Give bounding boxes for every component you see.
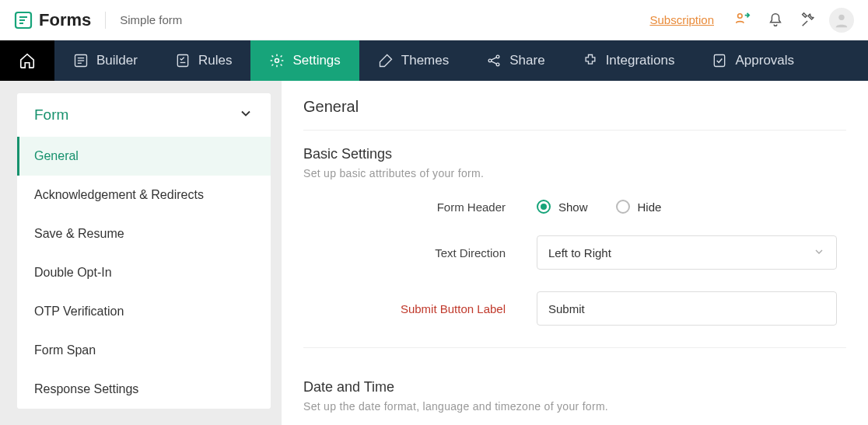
sidebar-item-otp-verification[interactable]: OTP Verification [17,292,271,331]
brand-name: Forms [39,10,91,30]
svg-rect-18 [715,55,725,67]
label-submit-button-label: Submit Button Label [303,302,537,315]
nav-tab-rules[interactable]: Rules [156,40,250,81]
label-form-header: Form Header [303,200,537,214]
svg-point-13 [488,59,492,62]
nav-tab-label: Themes [401,53,449,68]
radio-form-header-hide[interactable]: Hide [616,200,662,214]
svg-point-4 [738,13,743,18]
input-submit-button-label[interactable] [537,291,837,326]
sidebar-item-save-resume[interactable]: Save & Resume [17,214,271,253]
sidebar-item-acknowledgement-redirects[interactable]: Acknowledgement & Redirects [17,176,271,214]
subscription-link[interactable]: Subscription [649,13,714,26]
nav-tab-builder[interactable]: Builder [54,40,156,81]
radio-form-header-show[interactable]: Show [537,200,588,214]
sidebar-item-general[interactable]: General [17,137,271,176]
section-title-basic: Basic Settings [303,146,846,162]
sidebar-item-label: Acknowledgement & Redirects [34,188,204,201]
nav-home[interactable] [0,40,54,81]
radio-label: Show [558,200,588,214]
builder-icon [73,53,89,68]
divider [105,12,106,29]
breadcrumb-form-name[interactable]: Simple form [120,13,182,26]
sidebar-item-double-optin[interactable]: Double Opt-In [17,253,271,292]
user-switch-icon[interactable] [726,4,759,37]
sidebar-item-label: Double Opt-In [34,266,112,279]
settings-icon [269,53,285,68]
sidebar-item-label: OTP Verification [34,305,124,318]
section-subtitle-basic: Set up basic attributes of your form. [303,167,846,179]
sidebar-item-label: General [34,149,79,162]
rules-icon [175,53,191,68]
nav-tab-label: Settings [292,53,340,68]
svg-point-14 [496,55,499,58]
nav-tab-label: Rules [198,53,232,68]
brand[interactable]: Forms [14,10,91,30]
svg-line-16 [492,57,497,60]
sidebar-section-form[interactable]: Form [17,93,271,137]
approvals-icon [712,53,727,68]
nav-tab-label: Share [509,53,544,68]
nav-tab-approvals[interactable]: Approvals [693,40,813,81]
form-header-radio-group: Show Hide [537,200,846,214]
svg-rect-10 [177,55,187,67]
page-title: General [303,98,846,131]
sidebar-item-label: Response Settings [34,382,138,395]
nav-tab-label: Integrations [606,53,675,68]
tools-icon[interactable] [792,4,824,37]
section-title-datetime: Date and Time [303,379,846,395]
nav-tab-themes[interactable]: Themes [359,40,467,81]
share-icon [486,53,502,68]
sidebar-header-title: Form [34,106,68,124]
svg-point-5 [838,14,844,19]
integrations-icon [583,53,598,68]
sidebar-item-form-span[interactable]: Form Span [17,331,271,370]
svg-point-15 [496,63,499,66]
sidebar-item-label: Form Span [34,343,96,357]
nav-tab-share[interactable]: Share [467,40,563,81]
svg-line-17 [492,61,497,64]
select-text-direction[interactable]: Left to Right [537,235,837,270]
bell-icon[interactable] [759,4,792,37]
select-value: Left to Right [548,246,611,260]
nav-tab-label: Builder [96,53,138,68]
nav-tab-label: Approvals [735,53,794,68]
themes-icon [378,53,394,68]
section-subtitle-datetime: Set up the date format, language and tim… [303,400,846,413]
radio-label: Hide [638,200,662,214]
nav-tab-settings[interactable]: Settings [250,40,359,81]
avatar[interactable] [829,8,854,33]
nav-tab-integrations[interactable]: Integrations [564,40,694,81]
sidebar-item-label: Save & Resume [34,227,124,240]
forms-logo-icon [14,11,33,30]
sidebar-item-response-settings[interactable]: Response Settings [17,370,271,409]
chevron-down-icon [813,246,825,260]
chevron-down-icon [238,106,254,124]
main-nav: Builder Rules Settings Themes Share Inte… [0,40,868,81]
svg-point-12 [275,59,279,63]
label-text-direction: Text Direction [303,246,537,260]
